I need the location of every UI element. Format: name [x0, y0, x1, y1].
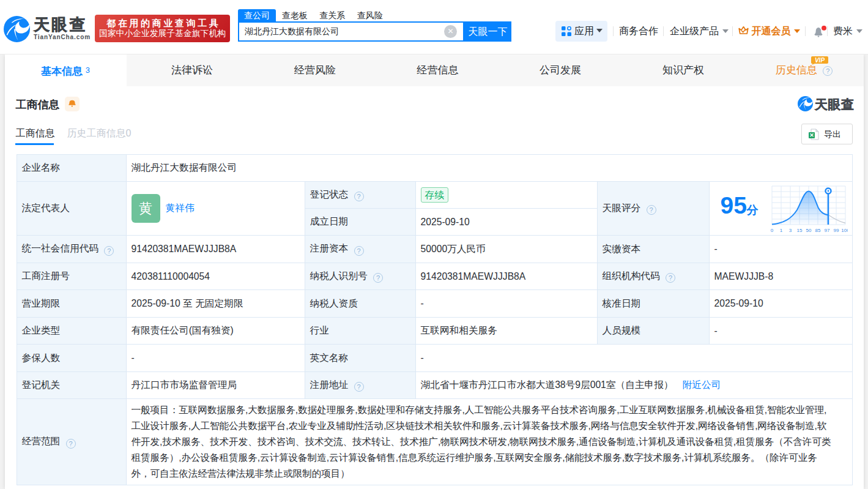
svg-text:✕: ✕: [809, 132, 814, 138]
svg-text:99: 99: [833, 228, 839, 233]
svg-text:0: 0: [770, 228, 773, 233]
svg-text:15: 15: [796, 228, 802, 233]
svg-text:VIP: VIP: [814, 57, 824, 64]
svg-text:50: 50: [806, 228, 811, 233]
svg-text:1: 1: [779, 228, 782, 233]
svg-text:85: 85: [815, 228, 820, 233]
svg-text:3: 3: [788, 228, 792, 233]
svg-text:97: 97: [824, 228, 829, 233]
svg-text:100: 100: [841, 228, 848, 233]
svg-text:天眼查: 天眼查: [814, 97, 855, 111]
